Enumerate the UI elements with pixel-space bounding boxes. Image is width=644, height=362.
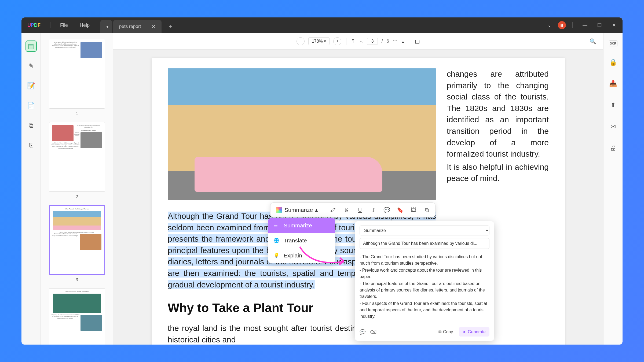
app-logo: UPDF [21,23,46,28]
ai-option-label: Summarize [284,222,312,229]
close-button[interactable]: ✕ [608,19,620,31]
copy-button[interactable]: ⧉ Copy [436,328,456,336]
ai-option-summarize[interactable]: ☰ Summarize [268,218,335,233]
image-icon[interactable]: 🖼 [409,205,418,215]
close-tab-icon[interactable]: ✕ [152,24,156,29]
copy-icon[interactable]: ⧉ [422,205,431,215]
ai-option-label: Translate [284,237,307,244]
thumbnail-page-4[interactable]: Lorem ipsum dolor sit amet consecteturad… [46,288,108,345]
email-icon[interactable]: ✉ [608,121,619,132]
zoom-display[interactable]: 178% ▾ [308,37,330,45]
bookmark-icon[interactable]: 🔖 [396,205,405,215]
chevron-up-icon: ▴ [315,207,318,213]
organize-icon[interactable]: ⧉ [25,120,37,131]
document-side-paragraph[interactable]: changes are attributed primarily to the … [447,68,549,160]
last-page-icon[interactable]: ⤓ [401,38,405,44]
ai-option-label: Explain [284,252,302,259]
first-page-icon[interactable]: ⤒ [351,38,355,44]
comment-icon[interactable]: 💬 [382,205,391,215]
tab-title: pets report [119,24,141,29]
ocr-icon[interactable]: OCR [609,40,617,46]
page-tools-icon[interactable]: 📄 [25,100,37,111]
translate-icon: 🌐 [273,238,280,243]
thumbnail-label: 3 [46,278,108,282]
help-menu[interactable]: Help [74,23,96,28]
generate-button[interactable]: ➤ Generate [459,327,489,337]
file-menu[interactable]: File [54,23,74,28]
explain-icon: 💡 [273,253,280,258]
chat-icon[interactable]: 💬 [360,329,365,335]
strikethrough-icon[interactable]: S [342,205,351,215]
copy-icon: ⧉ [438,330,441,334]
eraser-icon[interactable]: ⌫ [370,329,376,335]
thumbnail-page-2[interactable]: Lorem ipsum dolor sit amet consectetur a… [46,122,108,199]
maximize-button[interactable]: ❐ [594,19,605,31]
search-icon[interactable]: 🔍 [590,38,596,45]
page-total: 6 [387,39,389,44]
ai-logo-icon [276,207,282,213]
separator [572,22,573,28]
thumbnail-page-3[interactable]: A Key Phase in the History of Tourism Lo… [46,205,108,282]
thumbnail-panel: Lorem ipsum dolor sit amet consectetur a… [41,33,113,345]
underline-icon[interactable]: U [355,205,364,215]
highlight-tool-icon[interactable]: ✎ [25,60,37,72]
page-separator: / [382,39,383,44]
forms-icon[interactable]: ⎘ [25,140,37,151]
thumbnail-page-1[interactable]: Lorem ipsum dolor sit amet consectetur a… [46,39,108,116]
page-input[interactable]: 3 [367,38,378,45]
reader-mode-icon[interactable]: ▤ [25,40,37,52]
compress-icon[interactable]: 📥 [608,78,619,89]
next-page-icon[interactable]: ﹀ [393,38,397,44]
print-icon[interactable]: 🖨 [608,142,619,154]
text-style-icon[interactable]: T [369,205,378,215]
highlight-icon[interactable]: 🖍 [328,205,338,215]
minimize-button[interactable]: — [579,19,591,31]
thumbnail-label: 1 [46,111,108,116]
thumbnail-label: 2 [46,194,108,199]
tab-placeholder[interactable]: ▾ [100,20,112,33]
document-image [168,68,436,200]
list-icon: ☰ [273,223,280,228]
document-side-paragraph-2[interactable]: It is also helpful in achieving peace of… [447,161,549,184]
presentation-icon[interactable]: ▢ [415,38,420,45]
user-avatar[interactable]: B [558,21,566,29]
ai-button-label: Summarize [284,207,313,213]
share-icon[interactable]: ⬆ [608,99,619,111]
ai-mode-select[interactable]: Summarize [360,226,489,235]
edit-tool-icon[interactable]: 📝 [25,80,37,91]
zoom-out-button[interactable]: − [297,37,305,45]
generate-label: Generate [468,330,486,334]
copy-label: Copy [443,330,453,334]
ai-result-text: - The Grand Tour has been studied by var… [360,254,489,320]
dropdown-icon[interactable]: ⌄ [543,19,555,31]
zoom-in-button[interactable]: + [333,37,341,45]
protect-icon[interactable]: 🔒 [608,57,619,68]
ai-option-explain[interactable]: 💡 Explain [268,248,335,263]
send-icon: ➤ [463,329,466,334]
ai-option-translate[interactable]: 🌐 Translate [268,233,335,248]
new-tab-button[interactable]: ＋ [167,22,173,33]
document-tab[interactable]: pets report ✕ [113,20,162,33]
ai-source-preview: Although the Grand Tour has been examine… [360,238,489,249]
prev-page-icon[interactable]: ︿ [359,38,363,44]
separator [50,22,50,28]
ai-summarize-dropdown-button[interactable]: Summarize ▴ [274,206,320,214]
